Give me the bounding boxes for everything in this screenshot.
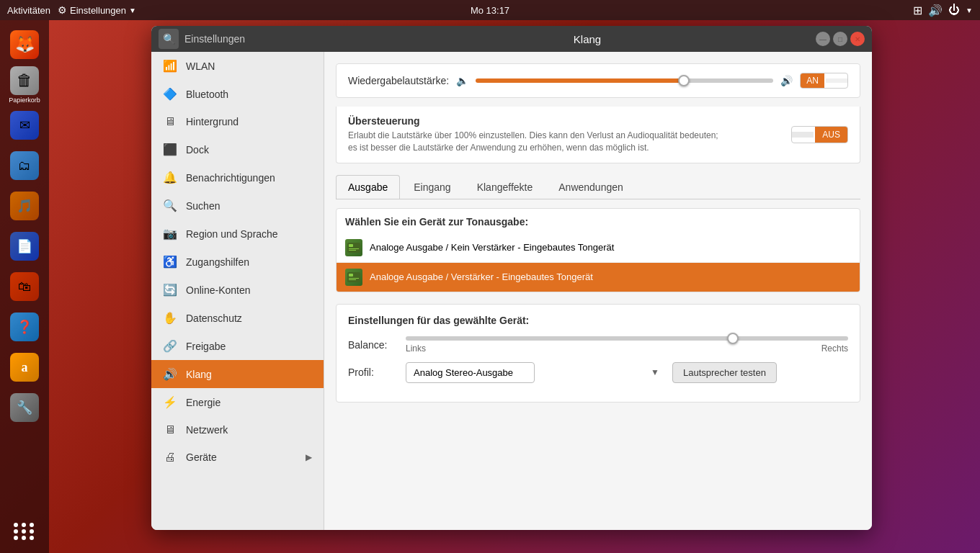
sidebar-item-hintergrund[interactable]: 🖥 Hintergrund: [151, 108, 324, 135]
power-icon[interactable]: ⏻: [948, 4, 960, 17]
files-icon: 🗂: [10, 151, 39, 180]
sidebar-label-online-konten: Online-Konten: [186, 284, 251, 296]
sidebar-item-klang[interactable]: 🔊 Klang: [151, 360, 324, 388]
geraete-icon: 🖨: [163, 451, 177, 464]
libreoffice-icon: 📄: [10, 232, 39, 261]
dock-item-thunderbird[interactable]: ✉: [6, 107, 43, 144]
test-speaker-button[interactable]: Lautsprecher testen: [672, 362, 777, 383]
suchen-icon: 🔍: [163, 199, 177, 212]
dock-item-firefox[interactable]: 🦊: [6, 26, 43, 63]
device-list: Analoge Ausgabe / Kein Verstärker - Eing…: [337, 233, 860, 292]
dock-item-files[interactable]: 🗂: [6, 147, 43, 184]
sidebar-item-zugangshilfen[interactable]: ♿ Zugangshilfen: [151, 248, 324, 276]
oversteering-on-button[interactable]: [792, 132, 814, 138]
rhythmbox-icon: 🎵: [10, 192, 39, 220]
power-chevron-icon[interactable]: ▼: [966, 6, 973, 14]
tab-ausgabe[interactable]: Ausgabe: [336, 175, 400, 199]
volume-icon[interactable]: 🔊: [928, 4, 943, 17]
volume-slider-thumb[interactable]: [678, 75, 690, 86]
sidebar-item-freigabe[interactable]: 🔗 Freigabe: [151, 332, 324, 360]
tab-anwendungen[interactable]: Anwendungen: [546, 175, 636, 199]
amazon-icon: a: [10, 353, 39, 382]
sidebar-label-freigabe: Freigabe: [186, 341, 226, 352]
energie-icon: ⚡: [163, 395, 177, 409]
sidebar-item-bluetooth[interactable]: 🔷 Bluetooth: [151, 80, 324, 108]
profil-label: Profil:: [348, 367, 406, 378]
dock-item-help[interactable]: ❓: [6, 308, 43, 346]
aktivitaten-button[interactable]: Aktivitäten: [7, 5, 50, 16]
sidebar-label-wlan: WLAN: [186, 60, 215, 72]
settings-chevron-icon: ▼: [129, 6, 136, 14]
volume-off-button[interactable]: [826, 78, 847, 83]
balance-left-label: Links: [406, 343, 426, 354]
dock-item-libreoffice[interactable]: 📄: [6, 228, 43, 265]
settings-window: 🔍 Einstellungen Klang — □ ✕ 📶 WLAN 🔷 Blu…: [151, 26, 872, 530]
volume-low-icon: 🔈: [456, 75, 468, 86]
oversteering-title: Übersteuerung: [348, 115, 780, 127]
sidebar-label-benachrichtigungen: Benachrichtigungen: [186, 172, 275, 184]
settings-menu[interactable]: ⚙ Einstellungen ▼: [58, 4, 136, 16]
sidebar-item-netzwerk[interactable]: 🖥 Netzwerk: [151, 416, 324, 444]
profil-controls: Analog Stereo-Ausgabe ▼ Lautsprecher tes…: [406, 362, 848, 383]
volume-on-button[interactable]: AN: [801, 73, 824, 88]
klang-icon: 🔊: [163, 367, 177, 381]
tab-eingang[interactable]: Eingang: [401, 175, 463, 199]
balance-label: Balance:: [348, 339, 406, 351]
dock-item-trash[interactable]: 🗑 Papierkorb: [6, 66, 43, 104]
firefox-icon: 🦊: [10, 30, 39, 59]
close-button[interactable]: ✕: [850, 32, 865, 46]
oversteering-toggle: AUS: [791, 126, 848, 143]
wlan-icon: 📶: [163, 59, 177, 73]
dock-item-rhythmbox[interactable]: 🎵: [6, 187, 43, 225]
device-icon-2: [345, 269, 362, 286]
tab-klangeffekte[interactable]: Klangeffekte: [465, 175, 545, 199]
sidebar-item-online-konten[interactable]: 🔄 Online-Konten: [151, 276, 324, 304]
volume-high-icon: 🔊: [780, 75, 793, 86]
device-item-2[interactable]: Analoge Ausgabe / Verstärker - Eingebaut…: [337, 262, 860, 292]
window-title: Klang: [574, 33, 601, 45]
oversteering-off-button[interactable]: AUS: [815, 127, 847, 143]
volume-slider-container[interactable]: [476, 73, 773, 88]
sidebar-item-energie[interactable]: ⚡ Energie: [151, 388, 324, 416]
dock-item-settings-tool[interactable]: 🔧: [6, 389, 43, 426]
dock-item-appstore[interactable]: 🛍: [6, 268, 43, 305]
svg-rect-7: [349, 279, 356, 280]
sidebar-item-datenschutz[interactable]: ✋ Datenschutz: [151, 304, 324, 332]
maximize-button[interactable]: □: [833, 32, 847, 46]
trash-icon: 🗑: [10, 66, 39, 95]
main-content: Wiedergabelautstärke: 🔈 🔊 AN: [324, 52, 872, 530]
sidebar-item-region[interactable]: 📷 Region und Sprache: [151, 220, 324, 248]
dock-item-amazon[interactable]: a: [6, 349, 43, 386]
sidebar-item-wlan[interactable]: 📶 WLAN: [151, 52, 324, 80]
sidebar-item-suchen[interactable]: 🔍 Suchen: [151, 192, 324, 220]
volume-label: Wiedergabelautstärke:: [348, 75, 449, 86]
profil-select[interactable]: Analog Stereo-Ausgabe: [406, 362, 535, 383]
trash-label: Papierkorb: [9, 96, 40, 104]
balance-thumb[interactable]: [727, 333, 739, 344]
volume-slider-track: [476, 78, 773, 83]
tabs-container: Ausgabe Eingang Klangeffekte Anwendungen: [336, 175, 860, 199]
network-icon[interactable]: ⊞: [913, 4, 922, 17]
balance-row: Balance: Links Rechts: [348, 336, 848, 354]
svg-rect-2: [349, 248, 359, 249]
minimize-button[interactable]: —: [816, 32, 830, 46]
datenschutz-icon: ✋: [163, 311, 177, 325]
device-item-1[interactable]: Analoge Ausgabe / Kein Verstärker - Eing…: [337, 233, 860, 262]
app-grid-button[interactable]: [10, 517, 39, 546]
help-icon: ❓: [10, 313, 39, 341]
sidebar-label-zugangshilfen: Zugangshilfen: [186, 256, 249, 268]
balance-container[interactable]: Links Rechts: [406, 336, 848, 354]
titlebar-search-button[interactable]: 🔍: [159, 29, 179, 49]
volume-toggle: AN: [800, 73, 848, 89]
top-bar-left: Aktivitäten ⚙ Einstellungen ▼: [7, 4, 136, 16]
appstore-icon: 🛍: [10, 272, 39, 301]
sidebar-item-dock[interactable]: ⬛ Dock: [151, 135, 324, 163]
settings-tool-icon: 🔧: [10, 393, 39, 422]
top-bar: Aktivitäten ⚙ Einstellungen ▼ Mo 13:17 ⊞…: [0, 0, 980, 20]
svg-rect-6: [349, 278, 359, 279]
balance-track: [406, 336, 848, 341]
sidebar: 📶 WLAN 🔷 Bluetooth 🖥 Hintergrund ⬛ Dock …: [151, 52, 324, 530]
sidebar-item-geraete[interactable]: 🖨 Geräte ▶: [151, 444, 324, 471]
sidebar-label-datenschutz: Datenschutz: [186, 313, 242, 324]
sidebar-item-benachrichtigungen[interactable]: 🔔 Benachrichtigungen: [151, 163, 324, 192]
